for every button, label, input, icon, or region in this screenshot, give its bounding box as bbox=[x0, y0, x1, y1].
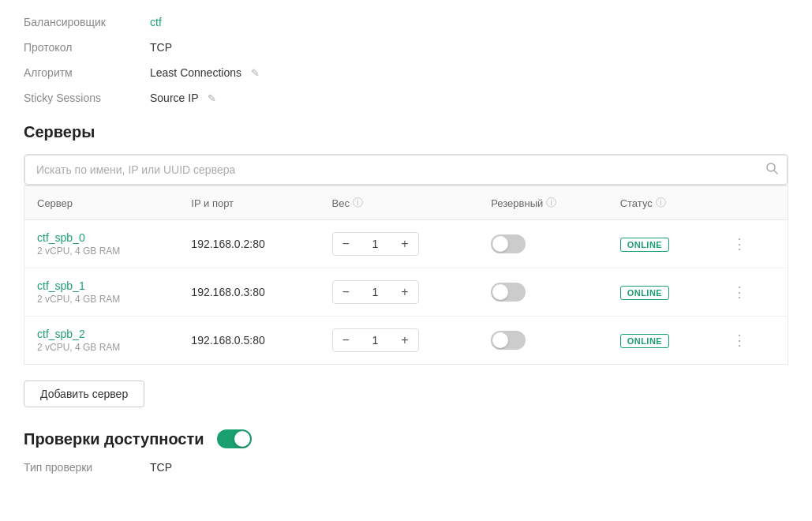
server-name-link[interactable]: ctf_spb_2 bbox=[37, 328, 166, 340]
algorithm-edit-icon[interactable]: ✎ bbox=[251, 67, 260, 79]
algorithm-value: Least Connections ✎ bbox=[150, 66, 260, 79]
health-type-label: Тип проверки bbox=[24, 461, 150, 474]
server-ip: 192.168.0.3:80 bbox=[191, 286, 264, 298]
col-server: Сервер bbox=[24, 186, 179, 220]
weight-increase-button[interactable]: + bbox=[391, 281, 417, 303]
algorithm-label: Алгоритм bbox=[24, 66, 150, 79]
status-info-icon: ⓘ bbox=[656, 196, 666, 210]
server-spec: 2 vCPU, 4 GB RAM bbox=[37, 246, 166, 257]
weight-decrease-button[interactable]: − bbox=[333, 329, 359, 351]
server-cell: ctf_spb_2 2 vCPU, 4 GB RAM bbox=[24, 317, 179, 365]
search-wrapper bbox=[24, 154, 788, 186]
health-check-toggle[interactable] bbox=[217, 429, 252, 448]
weight-decrease-button[interactable]: − bbox=[333, 233, 359, 255]
protocol-row: Протокол TCP bbox=[24, 41, 788, 54]
table-header-row: Сервер IP и порт Вес ⓘ Резервный ⓘ Стату… bbox=[24, 186, 788, 220]
server-name-link[interactable]: ctf_spb_1 bbox=[37, 279, 166, 292]
col-weight: Вес ⓘ bbox=[320, 186, 479, 220]
algorithm-row: Алгоритм Least Connections ✎ bbox=[24, 66, 788, 79]
more-options-button[interactable]: ⋮ bbox=[726, 234, 753, 254]
server-weight-cell: − 1 + bbox=[320, 220, 479, 268]
reserve-toggle-track bbox=[491, 234, 526, 253]
weight-value: 1 bbox=[359, 334, 391, 347]
server-name-link[interactable]: ctf_spb_0 bbox=[37, 231, 166, 244]
search-icon bbox=[765, 162, 778, 174]
table-row: ctf_spb_2 2 vCPU, 4 GB RAM 192.168.0.5:8… bbox=[24, 317, 788, 365]
reserve-toggle-thumb bbox=[492, 236, 508, 252]
search-input[interactable] bbox=[24, 155, 788, 185]
reserve-toggle[interactable] bbox=[491, 331, 526, 350]
weight-decrease-button[interactable]: − bbox=[333, 281, 359, 303]
reserve-toggle-track bbox=[491, 283, 526, 302]
server-status-cell: ONLINE bbox=[608, 317, 713, 365]
health-type-row: Тип проверки TCP bbox=[24, 461, 788, 474]
server-ip: 192.168.0.2:80 bbox=[191, 238, 264, 250]
status-badge: ONLINE bbox=[620, 334, 670, 348]
health-type-value: TCP bbox=[150, 461, 172, 474]
health-toggle-track bbox=[217, 429, 252, 448]
col-actions bbox=[713, 186, 788, 220]
add-server-button[interactable]: Добавить сервер bbox=[24, 380, 144, 407]
sticky-row: Sticky Sessions Source IP ✎ bbox=[24, 92, 788, 104]
weight-value: 1 bbox=[359, 238, 391, 250]
weight-increase-button[interactable]: + bbox=[391, 233, 417, 255]
server-reserve-cell bbox=[478, 268, 607, 317]
status-badge: ONLINE bbox=[620, 286, 670, 300]
weight-control: − 1 + bbox=[332, 280, 419, 304]
reserve-info-icon: ⓘ bbox=[546, 196, 556, 210]
server-status-cell: ONLINE bbox=[608, 220, 713, 268]
col-status: Статус ⓘ bbox=[608, 186, 713, 220]
server-actions-cell: ⋮ bbox=[713, 317, 788, 365]
server-status-cell: ONLINE bbox=[608, 268, 713, 317]
balancer-label: Балансировщик bbox=[24, 16, 150, 28]
server-cell: ctf_spb_0 2 vCPU, 4 GB RAM bbox=[24, 220, 179, 268]
balancer-row: Балансировщик ctf bbox=[24, 16, 788, 28]
weight-control: − 1 + bbox=[332, 328, 419, 352]
servers-table: Сервер IP и порт Вес ⓘ Резервный ⓘ Стату… bbox=[24, 186, 788, 365]
protocol-label: Протокол bbox=[24, 41, 150, 54]
sticky-edit-icon[interactable]: ✎ bbox=[208, 92, 216, 104]
server-actions-cell: ⋮ bbox=[713, 268, 788, 317]
sticky-label: Sticky Sessions bbox=[24, 92, 150, 104]
protocol-value: TCP bbox=[150, 41, 172, 54]
balancer-value: ctf bbox=[150, 16, 162, 28]
more-options-button[interactable]: ⋮ bbox=[726, 282, 753, 302]
server-weight-cell: − 1 + bbox=[320, 268, 479, 317]
sticky-value: Source IP ✎ bbox=[150, 92, 216, 104]
reserve-toggle[interactable] bbox=[491, 234, 526, 253]
server-cell: ctf_spb_1 2 vCPU, 4 GB RAM bbox=[24, 268, 179, 317]
server-actions-cell: ⋮ bbox=[713, 220, 788, 268]
weight-value: 1 bbox=[359, 286, 391, 298]
health-check-row: Проверки доступности bbox=[24, 429, 788, 448]
server-ip-cell: 192.168.0.3:80 bbox=[178, 268, 319, 317]
server-spec: 2 vCPU, 4 GB RAM bbox=[37, 294, 166, 305]
col-ip: IP и порт bbox=[178, 186, 319, 220]
server-reserve-cell bbox=[478, 220, 607, 268]
server-ip: 192.168.0.5:80 bbox=[191, 334, 264, 347]
table-row: ctf_spb_0 2 vCPU, 4 GB RAM 192.168.0.2:8… bbox=[24, 220, 788, 268]
table-row: ctf_spb_1 2 vCPU, 4 GB RAM 192.168.0.3:8… bbox=[24, 268, 788, 317]
search-container bbox=[24, 155, 788, 185]
weight-increase-button[interactable]: + bbox=[391, 329, 417, 351]
reserve-toggle-thumb bbox=[492, 332, 508, 348]
server-spec: 2 vCPU, 4 GB RAM bbox=[37, 342, 166, 353]
col-reserve: Резервный ⓘ bbox=[478, 186, 607, 220]
weight-info-icon: ⓘ bbox=[353, 196, 363, 210]
search-button[interactable] bbox=[765, 162, 778, 178]
svg-line-1 bbox=[774, 171, 777, 174]
reserve-toggle-thumb bbox=[492, 284, 508, 300]
server-reserve-cell bbox=[478, 317, 607, 365]
server-ip-cell: 192.168.0.5:80 bbox=[178, 317, 319, 365]
status-badge: ONLINE bbox=[620, 238, 670, 252]
reserve-toggle[interactable] bbox=[491, 283, 526, 302]
health-toggle-thumb bbox=[234, 431, 250, 447]
balancer-link[interactable]: ctf bbox=[150, 16, 162, 28]
more-options-button[interactable]: ⋮ bbox=[726, 330, 753, 350]
reserve-toggle-track bbox=[491, 331, 526, 350]
health-check-title: Проверки доступности bbox=[24, 430, 204, 448]
server-ip-cell: 192.168.0.2:80 bbox=[178, 220, 319, 268]
weight-control: − 1 + bbox=[332, 232, 419, 256]
server-weight-cell: − 1 + bbox=[320, 317, 479, 365]
servers-title: Серверы bbox=[24, 123, 788, 141]
